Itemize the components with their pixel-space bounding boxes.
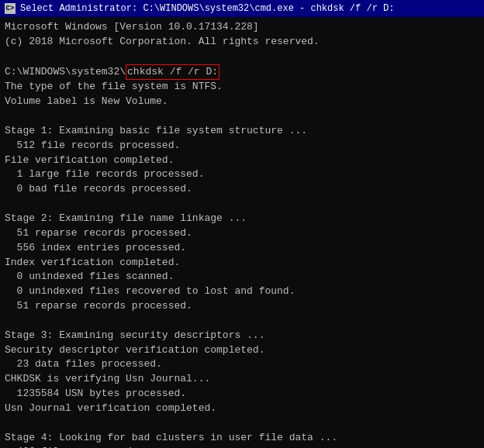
terminal-line: 496 files processed. bbox=[5, 445, 479, 448]
terminal-line: (c) 2018 Microsoft Corporation. All righ… bbox=[5, 35, 479, 50]
prompt-text: C:\WINDOWS\system32 bbox=[5, 65, 119, 80]
terminal-line: File verification completed. bbox=[5, 153, 479, 168]
empty-line bbox=[5, 416, 479, 431]
title-bar: C> Select Administrator: C:\WINDOWS\syst… bbox=[0, 0, 484, 17]
empty-line bbox=[5, 197, 479, 212]
terminal-line: Security descriptor verification complet… bbox=[5, 343, 479, 358]
terminal-line: 51 reparse records processed. bbox=[5, 299, 479, 314]
empty-line bbox=[5, 314, 479, 329]
terminal-line: 512 file records processed. bbox=[5, 139, 479, 153]
terminal-line: 0 bad file records processed. bbox=[5, 182, 479, 197]
terminal-line: Volume label is New Volume. bbox=[5, 95, 479, 109]
empty-line bbox=[5, 50, 479, 64]
terminal-line: CHKDSK is verifying Usn Journal... bbox=[5, 372, 479, 387]
prompt-separator: \ bbox=[119, 65, 126, 80]
command-highlight: chkdsk /f /r D: bbox=[126, 64, 220, 81]
terminal-line: Index verification completed. bbox=[5, 256, 479, 271]
terminal-line: Stage 4: Looking for bad clusters in use… bbox=[5, 431, 479, 446]
empty-line bbox=[5, 109, 479, 124]
terminal-line: 1235584 USN bytes processed. bbox=[5, 387, 479, 401]
terminal-line: Stage 3: Examining security descriptors … bbox=[5, 329, 479, 343]
terminal-line: 1 large file records processed. bbox=[5, 167, 479, 182]
terminal-line: The type of the file system is NTFS. bbox=[5, 80, 479, 95]
terminal-line: 556 index entries processed. bbox=[5, 241, 479, 256]
terminal-line: Usn Journal verification completed. bbox=[5, 401, 479, 416]
command-line: C:\WINDOWS\system32\chkdsk /f /r D: bbox=[5, 64, 479, 81]
cmd-icon: C> bbox=[5, 3, 16, 14]
title-text: Select Administrator: C:\WINDOWS\system3… bbox=[20, 3, 394, 14]
terminal-line: Stage 2: Examining file name linkage ... bbox=[5, 212, 479, 226]
terminal-line: 51 reparse records processed. bbox=[5, 226, 479, 241]
terminal-line: 23 data files processed. bbox=[5, 357, 479, 372]
terminal-body: Microsoft Windows [Version 10.0.17134.22… bbox=[0, 17, 484, 448]
terminal-line: Stage 1: Examining basic file system str… bbox=[5, 124, 479, 139]
terminal-line: 0 unindexed files recovered to lost and … bbox=[5, 284, 479, 299]
terminal-line: 0 unindexed files scanned. bbox=[5, 270, 479, 284]
terminal-line: Microsoft Windows [Version 10.0.17134.22… bbox=[5, 20, 479, 35]
